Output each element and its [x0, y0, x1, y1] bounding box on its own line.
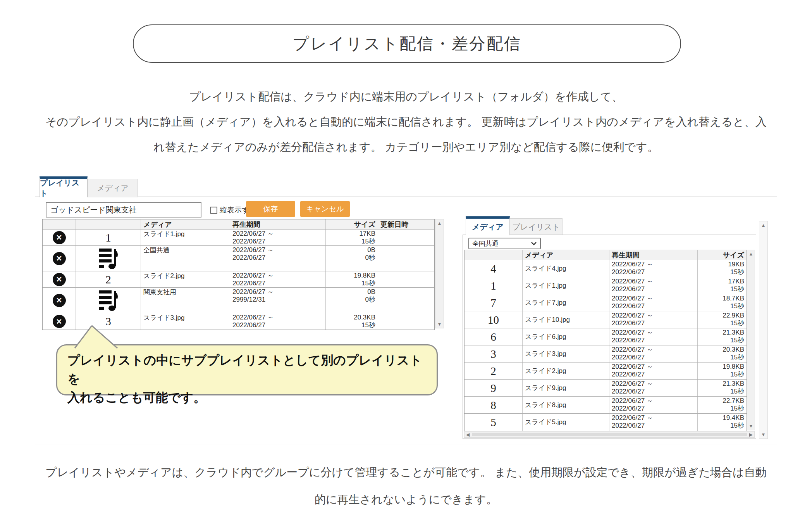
order-number: 6 — [490, 333, 496, 341]
tab-playlist-right[interactable]: プレイリスト — [510, 218, 563, 235]
x-circle-icon: ✕ — [56, 276, 62, 283]
remove-item-button[interactable]: ✕ — [53, 273, 66, 286]
hscrollbar-thumb[interactable] — [472, 433, 747, 436]
table-row: ✕ 1 スライド1.jpg 2022/06/27 ～2022/06/27 17K… — [43, 230, 434, 246]
playlist-icon — [98, 290, 119, 311]
page-title: プレイリスト配信・差分配信 — [133, 24, 681, 63]
media-table-hscrollbar[interactable]: ◀ ▶ — [464, 431, 755, 438]
play-period: 2022/06/27 ～2022/06/27 — [609, 328, 698, 345]
play-period: 2022/06/27 ～2022/06/27 — [609, 311, 698, 328]
table-row: 9 スライド9.jpg 2022/06/27 ～2022/06/27 21.3K… — [464, 380, 747, 397]
media-table-scrollbar[interactable]: ▲ ▼ — [747, 250, 755, 430]
remove-item-button[interactable]: ✕ — [53, 231, 66, 244]
scroll-up-icon[interactable]: ▲ — [437, 221, 442, 226]
header-updated: 更新日時 — [378, 219, 434, 229]
media-name: スライド1.jpg — [523, 277, 609, 294]
header-size: サイズ — [698, 250, 747, 260]
tab-media-right[interactable]: メディア — [466, 216, 510, 235]
size-cell: 18.7KB15秒 — [698, 294, 747, 311]
play-period: 2022/06/27 ～2022/06/27 — [230, 313, 326, 330]
tab-label: メディア — [472, 222, 504, 232]
group-select-value: 全国共通 — [472, 239, 499, 248]
x-circle-icon: ✕ — [56, 255, 62, 262]
media-name: スライド5.jpg — [523, 414, 609, 431]
outro-line: 的に再生されないようにできます。 — [0, 486, 812, 511]
header-order — [76, 219, 141, 229]
intro-line: そのプレイリスト内に静止画（メディア）を入れると自動的に端末に配信されます。 更… — [0, 109, 812, 135]
vertical-display-checkbox[interactable] — [210, 207, 217, 214]
table-row: ✕ 全国共通 2022/06/27 ～2022/06/27 0B0秒 — [43, 246, 434, 271]
play-period: 2022/06/27 ～2022/06/27 — [230, 230, 326, 245]
play-period: 2022/06/27 ～2022/06/27 — [609, 363, 698, 379]
media-name: スライド2.jpg — [141, 271, 230, 287]
table-row: 1 スライド1.jpg 2022/06/27 ～2022/06/27 17KB1… — [464, 277, 747, 294]
size-cell: 0B0秒 — [326, 288, 378, 313]
size-cell: 20.3KB15秒 — [326, 313, 378, 330]
scroll-up-icon[interactable]: ▲ — [761, 223, 766, 228]
order-number: 3 — [490, 350, 496, 358]
play-period: 2022/06/27 ～2999/12/31 — [230, 288, 326, 313]
playlist-table-scrollbar[interactable]: ▲ ▼ — [435, 219, 444, 328]
size-cell: 17KB15秒 — [698, 277, 747, 294]
size-cell: 19.8KB15秒 — [326, 271, 378, 287]
media-panel: 全国共通 メディア 再生期間 サイズ 4 スライド4.jpg 2022/06/2… — [463, 235, 756, 439]
scroll-down-icon[interactable]: ▼ — [749, 423, 754, 429]
order-number: 2 — [490, 367, 496, 375]
play-period: 2022/06/27 ～2022/06/27 — [230, 271, 326, 287]
x-circle-icon: ✕ — [56, 318, 62, 325]
outro-paragraph: プレイリストやメディアは、クラウド内でグループに分けて管理することが可能です。 … — [0, 459, 812, 511]
table-header-row: メディア 再生期間 サイズ — [464, 250, 747, 260]
window-scrollbar[interactable]: ▲ ▼ — [759, 221, 768, 439]
callout-text: プレイリストの中にサブプレイリストとして別のプレイリストを — [67, 351, 427, 388]
media-name: スライド8.jpg — [523, 397, 609, 413]
play-period: 2022/06/27 ～2022/06/27 — [609, 294, 698, 311]
play-period: 2022/06/27 ～2022/06/27 — [609, 260, 698, 277]
header-order — [464, 250, 523, 260]
scroll-left-icon[interactable]: ◀ — [466, 432, 470, 437]
group-select[interactable]: 全国共通 — [468, 238, 541, 249]
remove-item-button[interactable]: ✕ — [53, 294, 66, 307]
media-name: スライド6.jpg — [523, 328, 609, 345]
media-name: スライド2.jpg — [523, 363, 609, 379]
intro-paragraph: プレイリスト配信は、クラウド内に端末用のプレイリスト（フォルダ）を作成して、 そ… — [0, 84, 812, 160]
order-number: 1 — [490, 282, 496, 290]
playlist-name-input[interactable] — [46, 202, 201, 218]
save-button[interactable]: 保存 — [246, 201, 295, 217]
remove-item-button[interactable]: ✕ — [53, 315, 66, 328]
play-period: 2022/06/27 ～2022/06/27 — [609, 380, 698, 396]
order-number: 5 — [490, 418, 496, 426]
scroll-up-icon[interactable]: ▲ — [749, 251, 754, 257]
media-name: スライド1.jpg — [141, 230, 230, 245]
tab-playlist[interactable]: プレイリスト — [40, 176, 88, 197]
order-number: 7 — [490, 299, 496, 307]
updated-cell — [378, 271, 434, 287]
tab-media[interactable]: メディア — [88, 179, 138, 197]
callout-text: 入れることも可能です。 — [67, 388, 427, 407]
table-header-row: メディア 再生期間 サイズ 更新日時 — [43, 219, 434, 230]
play-period: 2022/06/27 ～2022/06/27 — [609, 345, 698, 362]
scroll-right-icon[interactable]: ▶ — [749, 432, 753, 437]
cancel-button[interactable]: キャンセル — [300, 201, 350, 217]
scroll-down-icon[interactable]: ▼ — [437, 321, 442, 327]
playlist-icon — [98, 248, 119, 269]
order-number: 4 — [490, 265, 496, 273]
updated-cell — [378, 246, 434, 271]
table-row: 8 スライド8.jpg 2022/06/27 ～2022/06/27 22.7K… — [464, 397, 747, 414]
header-delete — [43, 219, 76, 229]
app-screenshot: プレイリスト メディア 縦表示する 保存 キャンセル メディア 再生期間 サイズ… — [35, 176, 777, 444]
size-cell: 0B0秒 — [326, 246, 378, 271]
media-name: スライド10.jpg — [523, 311, 609, 328]
outro-line: プレイリストやメディアは、クラウド内でグループに分けて管理することが可能です。 … — [0, 459, 812, 486]
updated-cell — [378, 288, 434, 313]
save-button-label: 保存 — [263, 204, 278, 214]
table-row: 2 スライド2.jpg 2022/06/27 ～2022/06/27 19.8K… — [464, 363, 747, 380]
order-number: 2 — [105, 276, 111, 283]
header-media: メディア — [523, 250, 609, 260]
x-circle-icon: ✕ — [56, 297, 62, 304]
size-cell: 21.3KB15秒 — [698, 380, 747, 396]
scroll-down-icon[interactable]: ▼ — [761, 432, 766, 437]
remove-item-button[interactable]: ✕ — [53, 252, 66, 265]
play-period: 2022/06/27 ～2022/06/27 — [609, 397, 698, 413]
table-row: 3 スライド3.jpg 2022/06/27 ～2022/06/27 20.3K… — [464, 345, 747, 363]
play-period: 2022/06/27 ～2022/06/27 — [609, 277, 698, 294]
